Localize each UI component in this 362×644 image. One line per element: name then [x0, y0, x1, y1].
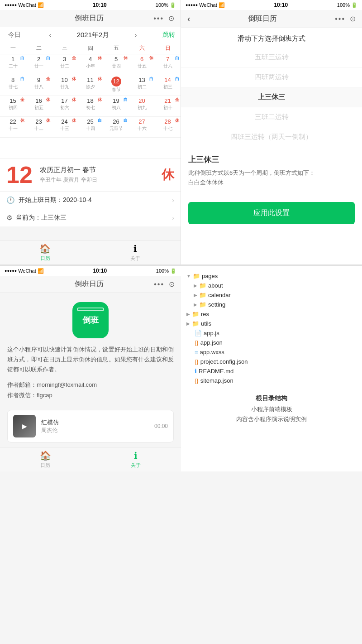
nav-about[interactable]: ℹ 关于 — [90, 243, 181, 262]
jump-button[interactable]: 跳转 — [162, 31, 175, 39]
projectjson-icon: {} — [195, 358, 199, 365]
start-date-row[interactable]: 🕐 开始上班日期：2020-10-4 › — [0, 191, 181, 209]
file-item-setting[interactable]: ▶ 📁 setting — [186, 300, 357, 309]
about-wechat-id: 作者微信：figcap — [7, 391, 174, 399]
next-month-button[interactable]: › — [132, 30, 140, 39]
cal-day-1[interactable]: 白1二十 — [0, 54, 26, 75]
about-battery-pct: 100% — [156, 268, 169, 274]
right-battery-pct: 100% — [337, 2, 350, 8]
cal-day-26[interactable]: 白26元宵节 — [103, 116, 129, 137]
right-scan-icon[interactable]: ⊙ — [350, 14, 356, 23]
prev-month-button[interactable]: ‹ — [46, 30, 54, 39]
appwxss-icon: ≡ — [195, 349, 198, 356]
second-section: ●●●●● WeChat 📶 10:10 100% 🔋 倒班日历 ••• ⊙ 倒… — [0, 264, 362, 471]
cal-day-2[interactable]: 白2廿一 — [26, 54, 52, 75]
shift-option-4[interactable]: 三班二运转 — [181, 107, 362, 127]
today-button[interactable]: 今日 — [5, 30, 24, 40]
shift-option-1[interactable]: 五班三运转 — [181, 48, 362, 67]
setting-expand-icon: ▶ — [194, 302, 197, 307]
about-logo-dots — [77, 308, 104, 311]
cal-day-15[interactable]: 全15初四 — [0, 96, 26, 116]
cal-day-12[interactable]: 12春节 — [103, 75, 129, 96]
about-nav-info-icon: ℹ — [134, 450, 138, 461]
nav-calendar[interactable]: 🏠 日历 — [0, 243, 90, 262]
home-icon: 🏠 — [39, 243, 51, 254]
cal-day-6[interactable]: 休6廿五 — [129, 54, 155, 75]
file-item-readme[interactable]: ℹ README.md — [186, 366, 357, 376]
pages-folder-icon: 📁 — [193, 273, 200, 279]
cal-day-8[interactable]: 白8廿七 — [0, 75, 26, 96]
rest-badge: 休 — [162, 166, 174, 183]
right-back-button[interactable]: ‹ — [187, 14, 191, 24]
file-item-projectjson[interactable]: {} project.config.json — [186, 357, 357, 366]
cal-day-28[interactable]: 休28十七 — [155, 116, 181, 137]
right-wechat: WeChat — [199, 2, 217, 8]
cal-day-7[interactable]: 白7廿六 — [155, 54, 181, 75]
cal-day-5[interactable]: 休5廿四 — [103, 54, 129, 75]
tree-footer-sub1: 小程序前端模板 — [186, 405, 357, 413]
right-app-title: 倒班日历 — [191, 14, 335, 24]
file-item-appjson[interactable]: {} app.json — [186, 338, 357, 347]
cal-day-3[interactable]: 全3廿二 — [52, 54, 77, 75]
file-item-sitemapjson[interactable]: {} sitemap.json — [186, 376, 357, 385]
tree-footer: 根目录结构 小程序前端模板 内容含小程序演示说明实例 — [186, 394, 357, 423]
about-nav-calendar-label: 日历 — [40, 462, 50, 469]
file-item-calendar[interactable]: ▶ 📁 calendar — [186, 290, 357, 300]
left-more-icon[interactable]: ••• — [153, 14, 164, 23]
about-nav-about[interactable]: ℹ 关于 — [90, 450, 181, 469]
appwxss-label: app.wxss — [200, 349, 224, 356]
cal-day-16[interactable]: 休16初五 — [26, 96, 52, 116]
music-player[interactable]: ▶ 红模仿 周杰伦 00:00 — [7, 410, 174, 442]
cal-day-empty-7 — [155, 137, 181, 158]
pages-expand-icon: ▼ — [186, 274, 191, 279]
shift-option-3-label: 上三休三 — [258, 93, 285, 101]
about-more-icon[interactable]: ••• — [154, 280, 164, 288]
apply-settings-button[interactable]: 应用此设置 — [188, 202, 355, 224]
cal-day-9[interactable]: 全9廿八 — [26, 75, 52, 96]
cal-day-empty-5 — [103, 137, 129, 158]
shift-option-3[interactable]: 上三休三 — [181, 87, 362, 107]
cal-day-27[interactable]: 27十六 — [129, 116, 155, 137]
right-wifi-icon: 📶 — [219, 2, 225, 8]
about-signal: ●●●●● — [5, 269, 17, 273]
cal-day-23[interactable]: 休23十二 — [26, 116, 52, 137]
cal-day-18[interactable]: 休18初七 — [77, 96, 103, 116]
weekdays-row: 一 二 三 四 五 六 日 — [0, 43, 181, 54]
calendar-folder-icon: 📁 — [199, 292, 206, 298]
shift-option-5[interactable]: 四班三运转（两天一倒制） — [181, 127, 362, 147]
right-app-header: ‹ 倒班日历 ••• ⊙ — [181, 10, 362, 28]
music-title: 红模仿 — [41, 418, 149, 427]
file-item-utils[interactable]: ▶ 📁 utils — [186, 319, 357, 328]
about-nav-calendar[interactable]: 🏠 日历 — [0, 450, 90, 469]
cal-day-14[interactable]: 白14初三 — [155, 75, 181, 96]
cal-day-24[interactable]: 休24十三 — [52, 116, 77, 137]
current-mode-row[interactable]: ⚙ 当前为：上三休三 › — [0, 209, 181, 226]
start-date-arrow: › — [172, 197, 174, 204]
about-scan-icon[interactable]: ⊙ — [169, 280, 175, 288]
cal-day-25[interactable]: 白25十四 — [77, 116, 103, 137]
utils-expand-icon: ▶ — [186, 321, 190, 326]
file-item-appwxss[interactable]: ≡ app.wxss — [186, 347, 357, 357]
cal-day-13[interactable]: 白13初二 — [129, 75, 155, 96]
file-item-pages[interactable]: ▼ 📁 pages — [186, 271, 357, 281]
cal-day-20[interactable]: 20初九 — [129, 96, 155, 116]
projectjson-label: project.config.json — [200, 358, 248, 365]
file-item-res[interactable]: ▶ 📁 res — [186, 309, 357, 319]
about-logo-container: 倒班 — [0, 293, 181, 345]
cal-day-22[interactable]: 休22十一 — [0, 116, 26, 137]
file-item-appjs[interactable]: 📄 app.js — [186, 328, 357, 338]
about-header-icons: ••• ⊙ — [154, 280, 175, 288]
about-logo-box: 倒班 — [72, 302, 109, 338]
cal-day-10[interactable]: 休10廿九 — [52, 75, 77, 96]
cal-day-17[interactable]: 休17初六 — [52, 96, 77, 116]
cal-day-21[interactable]: 全21初十 — [155, 96, 181, 116]
cal-day-19[interactable]: 白19初八 — [103, 96, 129, 116]
start-date-text: 开始上班日期：2020-10-4 — [19, 196, 172, 204]
cal-day-4[interactable]: 休4小年 — [77, 54, 103, 75]
right-more-icon[interactable]: ••• — [335, 15, 345, 23]
left-scan-icon[interactable]: ⊙ — [168, 14, 174, 23]
shift-option-2[interactable]: 四班两运转 — [181, 67, 362, 87]
cal-day-11[interactable]: 休11除夕 — [77, 75, 103, 96]
readme-icon: ℹ — [195, 368, 197, 375]
file-item-about[interactable]: ▶ 📁 about — [186, 281, 357, 290]
